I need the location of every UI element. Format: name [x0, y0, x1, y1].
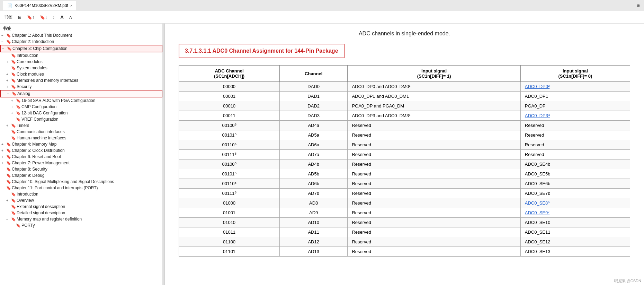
sidebar-item-ch11-intro[interactable]: 🔖Introduction	[0, 191, 162, 197]
pdf-icon: 📄	[7, 3, 12, 8]
maximize-button[interactable]: ⊞	[636, 3, 641, 8]
cell-diff0[interactable]: ADC0_DP3⁴	[520, 111, 630, 121]
bookmark-icon-ch3-timers: 🔖	[11, 123, 16, 128]
cell-adc-channel: 00010	[179, 101, 280, 111]
cell-channel: AD7b	[280, 189, 348, 198]
cell-adc-channel: 00000	[179, 82, 280, 92]
collapse-all-button[interactable]: ⊟	[17, 14, 23, 20]
table-row: 00000DAD0ADC0_DP0 and ADC0_DM0¹ADC0_DP0²	[179, 82, 630, 92]
table-row: 00011DAD3ADC0_DP3 and ADC0_DM3³ADC0_DP3⁴	[179, 111, 630, 121]
expand-icon-ch3-dac[interactable]: +	[11, 111, 16, 115]
sidebar-item-ch8[interactable]: 🔖Chapter 8: Security	[0, 166, 162, 172]
sidebar-item-label-ch3-timers: Timers	[17, 123, 29, 128]
sidebar-item-ch1[interactable]: −🔖Chapter 1: About This Document	[0, 32, 162, 38]
sidebar-item-ch3-clk[interactable]: +🔖Clock modules	[0, 71, 162, 77]
expand-button[interactable]: ↕	[51, 14, 56, 20]
sidebar-item-ch3-cmp[interactable]: +🔖CMP Configuration	[0, 104, 162, 110]
cell-adc-channel: 00001	[179, 92, 280, 101]
sidebar-item-ch9[interactable]: 🔖Chapter 9: Debug	[0, 172, 162, 179]
expand-icon-ch2[interactable]: −	[1, 40, 6, 44]
expand-icon-ch7[interactable]: +	[1, 161, 6, 165]
sidebar-item-ch11-mmr[interactable]: −🔖Memory map and register definition	[0, 216, 162, 222]
next-bookmark-button[interactable]: 🔖↓	[38, 14, 48, 20]
cell-diff1: Reserved	[348, 150, 520, 159]
cell-diff0[interactable]: ADC0_SE8⁶	[520, 198, 630, 208]
sidebar-item-ch11[interactable]: −🔖Chapter 11: Port control and interrupt…	[0, 185, 162, 191]
sidebar-item-ch3-vref[interactable]: 🔖VREF Configuration	[0, 116, 162, 122]
cell-channel: AD9	[280, 208, 348, 218]
sidebar-item-ch11-det[interactable]: 🔖Detailed signal description	[0, 210, 162, 216]
expand-icon-ch11-mmr[interactable]: −	[6, 217, 11, 221]
bookmark-icon-ch5: 🔖	[6, 148, 11, 153]
expand-icon-ch4[interactable]: +	[1, 142, 6, 146]
sidebar-item-ch10[interactable]: 🔖Chapter 10: Signal Multiplexing and Sig…	[0, 179, 162, 185]
expand-icon-ch11[interactable]: −	[1, 186, 6, 190]
sidebar-item-ch3-mem[interactable]: +🔖Memories and memory interfaces	[0, 77, 162, 84]
sidebar-item-ch3-hmi[interactable]: 🔖Human-machine interfaces	[0, 135, 162, 141]
cell-diff0: ADC0_SE7b	[520, 189, 630, 198]
sidebar-item-label-ch11-det: Detailed signal description	[17, 210, 65, 215]
font-increase-button[interactable]: A	[59, 14, 65, 21]
sidebar-item-ch3-sys[interactable]: −🔖System modules	[0, 65, 162, 71]
sidebar-item-ch3-intro[interactable]: 🔖Introduction	[0, 52, 162, 59]
diff0-link[interactable]: ADC0_SE9⁷	[525, 210, 549, 215]
expand-icon-ch5[interactable]: +	[1, 149, 6, 153]
sidebar-item-ch11-porty[interactable]: 🔖PORTy	[0, 222, 162, 228]
cell-channel: DAD2	[280, 101, 348, 111]
sidebar-item-ch3-comm[interactable]: 🔖Communication interfaces	[0, 129, 162, 135]
cell-diff1: Reserved	[348, 130, 520, 140]
bookmark-icon-ch1: 🔖	[6, 33, 11, 38]
sidebar-item-label-ch3-mem: Memories and memory interfaces	[17, 78, 78, 83]
diff0-link[interactable]: ADC0_DP3⁴	[525, 113, 550, 118]
sidebar-item-ch5[interactable]: +🔖Chapter 5: Clock Distribution	[0, 147, 162, 154]
sidebar-item-ch11-ext[interactable]: 🔖External signal description	[0, 204, 162, 210]
prev-bookmark-button[interactable]: 🔖↑	[26, 14, 36, 20]
sidebar-item-ch3[interactable]: −🔖Chapter 3: Chip Configuration	[0, 45, 162, 52]
cell-diff0: ADC0_SE13	[520, 247, 630, 257]
sidebar-item-ch3-dac[interactable]: +🔖12-bit DAC Configuration	[0, 110, 162, 116]
sidebar-item-ch7[interactable]: +🔖Chapter 7: Power Management	[0, 160, 162, 166]
sidebar-item-ch2[interactable]: −🔖Chapter 2: Introduction	[0, 38, 162, 45]
expand-icon-ch3-cmp[interactable]: +	[11, 105, 16, 109]
diff0-link[interactable]: ADC0_SE8⁶	[525, 200, 549, 206]
font-decrease-button[interactable]: A	[68, 15, 73, 20]
sidebar-item-ch3-core[interactable]: +🔖Core modules	[0, 59, 162, 65]
cell-diff0[interactable]: ADC0_SE9⁷	[520, 208, 630, 218]
pdf-tab[interactable]: 📄 K60P144M100SF2V2RM.pdf ×	[3, 1, 77, 10]
table-row: 01101AD13ReservedADC0_SE13	[179, 247, 630, 257]
expand-icon-ch11-ov[interactable]: +	[6, 199, 11, 202]
expand-icon-ch3-sys[interactable]: −	[6, 66, 11, 70]
bookmark-icon-ch3-clk: 🔖	[11, 72, 16, 77]
content-area: ADC channels in single-ended mode. 3.7.1…	[165, 24, 644, 285]
sidebar-item-ch11-ov[interactable]: +🔖Overview	[0, 197, 162, 204]
diff0-link[interactable]: ADC0_DP0²	[525, 84, 550, 89]
expand-icon-ch6[interactable]: +	[1, 155, 6, 159]
bookmark-icon-ch10: 🔖	[6, 180, 11, 184]
sidebar-item-ch4[interactable]: +🔖Chapter 4: Memory Map	[0, 141, 162, 147]
cell-channel: AD11	[280, 227, 348, 237]
expand-icon-ch1[interactable]: −	[1, 34, 6, 37]
cell-diff1: ADC0_DP1 and ADC0_DM1	[348, 92, 520, 101]
expand-icon-ch3-adc[interactable]: +	[11, 99, 16, 103]
sidebar-item-label-ch5: Chapter 5: Clock Distribution	[12, 148, 65, 153]
table-row: 00100⁵AD4aReservedReserved	[179, 121, 630, 130]
expand-icon-ch3[interactable]: −	[2, 47, 7, 51]
expand-icon-ch3-core[interactable]: +	[6, 60, 11, 64]
expand-icon-ch3-mem[interactable]: +	[6, 79, 11, 83]
sidebar-item-ch6[interactable]: +🔖Chapter 6: Reset and Boot	[0, 154, 162, 160]
expand-icon-ch3-analog[interactable]: −	[7, 92, 12, 96]
sidebar-item-ch3-adc[interactable]: +🔖16-bit SAR ADC with PGA Configuration	[0, 97, 162, 104]
tab-label: K60P144M100SF2V2RM.pdf	[15, 3, 68, 8]
sidebar[interactable]: 书签−🔖Chapter 1: About This Document−🔖Chap…	[0, 24, 163, 285]
expand-icon-ch3-timers[interactable]: +	[6, 124, 11, 128]
sidebar-item-ch3-sec[interactable]: +🔖Security	[0, 84, 162, 90]
expand-icon-ch3-clk[interactable]: +	[6, 72, 11, 76]
sidebar-item-ch3-timers[interactable]: +🔖Timers	[0, 122, 162, 129]
expand-icon-ch3-sec[interactable]: +	[6, 85, 11, 89]
sidebar-item-ch3-analog[interactable]: −🔖Analog	[0, 90, 162, 97]
cell-channel: AD4a	[280, 121, 348, 130]
cell-adc-channel: 00111⁵	[179, 189, 280, 198]
cell-diff0[interactable]: ADC0_DP0²	[520, 82, 630, 92]
sidebar-item-label-ch9: Chapter 9: Debug	[12, 173, 45, 178]
close-tab-button[interactable]: ×	[70, 3, 72, 8]
